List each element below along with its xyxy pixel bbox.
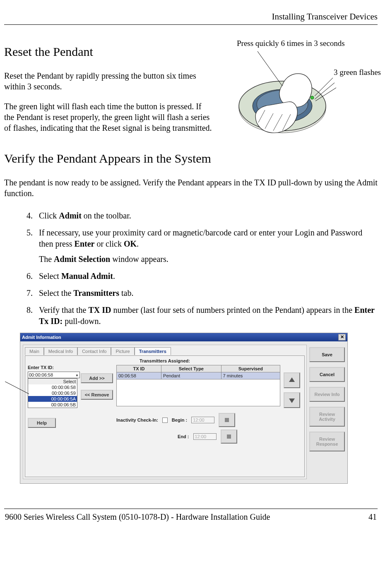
cell-tx-id: 00:06:58 [117, 372, 161, 379]
empty-rows [117, 379, 280, 406]
running-header: Installing Transceiver Devices [4, 12, 378, 22]
inactivity-checkin-label: Inactivity Check-In: [116, 418, 158, 422]
footer-left: 9600 Series Wireless Call System (0510-1… [5, 512, 270, 522]
svg-line-9 [258, 51, 282, 86]
window-title: Admit Information [22, 335, 61, 340]
step-list: Click Admit on the toolbar. If necessary… [4, 210, 378, 327]
save-button[interactable]: Save [309, 347, 345, 362]
end-stepper[interactable] [221, 430, 237, 444]
transmitters-assigned-label: Transmitters Assigned: [28, 358, 302, 363]
admit-information-window: Admit Information ✕ Main Medical Info Co… [20, 333, 348, 484]
col-select-type: Select Type [161, 365, 221, 372]
enter-tx-id-dropdown[interactable]: 00:00:06:58 [28, 372, 80, 378]
svg-marker-17 [289, 398, 295, 403]
step-4: Click Admit on the toolbar. [35, 210, 378, 221]
col-supervised: Supervised [221, 365, 280, 372]
option-item[interactable]: 00:00:06:5B [28, 402, 77, 408]
section-title-reset: Reset the Pendant [4, 45, 212, 59]
option-item-selected[interactable]: 00:00:06:5A [28, 396, 77, 402]
step-8: Verify that the TX ID number (last four … [35, 305, 378, 327]
option-item[interactable]: 00:00:06:58 [28, 384, 77, 390]
begin-label: Begin : [172, 418, 187, 422]
para-reset-1: Reset the Pendant by rapidly pressing th… [4, 70, 212, 92]
svg-line-10 [315, 78, 333, 96]
begin-stepper[interactable] [219, 413, 235, 427]
window-titlebar: Admit Information ✕ [20, 333, 347, 341]
option-item[interactable]: 00:00:06:59 [28, 390, 77, 396]
review-activity-button[interactable]: Review Activity [309, 407, 345, 427]
move-down-button[interactable] [284, 392, 300, 408]
para-reset-2: The green light will flash each time the… [4, 101, 212, 133]
annotation-green-flashes: 3 green flashes [334, 68, 381, 77]
para-verify-intro: The pendant is now ready to be assigned.… [4, 177, 378, 199]
tab-medical-info[interactable]: Medical Info [44, 347, 77, 355]
svg-marker-16 [289, 377, 295, 382]
pendant-illustration [220, 48, 378, 143]
review-info-button[interactable]: Review Info [309, 387, 345, 402]
callout-arrow [5, 382, 30, 398]
cancel-button[interactable]: Cancel [309, 367, 345, 382]
tab-transmitters[interactable]: Transmitters [135, 347, 171, 355]
footer-page-number: 41 [368, 512, 377, 522]
step-5-sub: The Admit Selection window appears. [39, 254, 378, 265]
tab-main[interactable]: Main [25, 347, 44, 355]
tab-strip: Main Medical Info Contact Info Picture T… [25, 347, 305, 355]
top-rule [4, 24, 378, 25]
section-title-verify: Verify the Pendant Appears in the System [4, 151, 378, 166]
tab-contact-info[interactable]: Contact Info [77, 347, 111, 355]
step-5: If necessary, use your proximity card or… [35, 227, 378, 265]
step-7: Select the Transmitters tab. [35, 288, 378, 299]
move-up-button[interactable] [284, 372, 300, 388]
step-6: Select Manual Admit. [35, 271, 378, 282]
svg-rect-15 [227, 434, 231, 439]
option-header: Select [28, 379, 77, 384]
table-row[interactable]: 00:06:58 Pendant 7 minutes [117, 372, 280, 379]
close-icon[interactable]: ✕ [338, 334, 346, 341]
col-tx-id: TX ID [117, 365, 161, 372]
help-button[interactable]: Help [28, 418, 56, 428]
cell-type: Pendant [161, 372, 221, 379]
assigned-transmitters-table: TX ID Select Type Supervised 00:06:58 Pe… [116, 365, 280, 406]
enter-tx-id-label: Enter TX ID: [28, 365, 77, 370]
svg-line-13 [5, 382, 29, 394]
end-label: End : [178, 434, 189, 439]
review-response-button[interactable]: Review Response [309, 432, 345, 451]
tx-id-selected-value: 00:00:06:58 [29, 372, 53, 377]
annotation-press-quickly: Press quickly 6 times in 3 seconds [237, 39, 345, 48]
chevron-down-icon [75, 372, 79, 377]
arrow-down-icon [288, 396, 296, 404]
end-time-field[interactable]: 12:00 [193, 433, 217, 440]
tab-picture[interactable]: Picture [111, 347, 134, 355]
bottom-rule [4, 509, 378, 509]
tx-id-option-list[interactable]: Select 00:00:06:58 00:00:06:59 00:00:06:… [28, 378, 77, 408]
cell-supervised[interactable]: 7 minutes [221, 372, 280, 379]
arrow-up-icon [288, 376, 296, 384]
svg-point-4 [311, 96, 314, 99]
remove-button[interactable]: << Remove [81, 390, 113, 400]
svg-rect-14 [225, 418, 229, 422]
inactivity-checkbox[interactable] [162, 418, 168, 423]
add-button[interactable]: Add >> [81, 373, 113, 383]
begin-time-field[interactable]: 12:00 [191, 417, 214, 423]
